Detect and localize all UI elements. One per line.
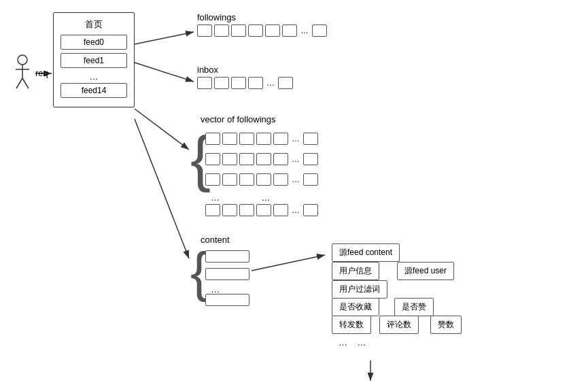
cell — [197, 24, 212, 37]
cell — [303, 204, 318, 216]
cell — [273, 204, 288, 216]
vector-dots-row: … … — [211, 192, 270, 203]
cell — [265, 24, 280, 37]
followings-row: … — [197, 24, 327, 37]
feed-dots: … — [60, 71, 127, 82]
diagram: req 首页 feed0 feed1 … feed14 followings …… — [0, 0, 588, 389]
cell — [239, 173, 254, 186]
info-box-likes-count: 赞数 — [430, 316, 462, 334]
cell — [273, 133, 288, 145]
svg-line-12 — [22, 78, 29, 88]
cell — [231, 24, 246, 37]
cell — [303, 173, 318, 186]
vector-followings-label: vector of followings — [201, 114, 276, 124]
inbox-row: … — [197, 77, 293, 89]
cell — [239, 153, 254, 165]
info-box-repost: 转发数 — [332, 316, 371, 334]
info-box-feed-user: 源feed user — [397, 262, 454, 280]
cell — [239, 133, 254, 145]
svg-line-11 — [16, 78, 22, 88]
cell — [222, 173, 237, 186]
cell — [222, 133, 237, 145]
info-box-user-info: 用户信息 — [332, 262, 379, 280]
cell — [273, 173, 288, 186]
svg-line-2 — [135, 32, 194, 44]
stick-figure — [12, 54, 33, 94]
content-item-2 — [205, 268, 249, 280]
vector-row-1: … — [205, 133, 318, 145]
cell — [256, 153, 271, 165]
cell — [248, 77, 263, 89]
cell — [231, 77, 246, 89]
cell — [222, 153, 237, 165]
cell — [312, 24, 327, 37]
info-box-like: 是否赞 — [394, 298, 434, 316]
cell — [239, 204, 254, 216]
cell — [205, 173, 220, 186]
info-box-feed-content: 源feed content — [332, 243, 400, 262]
bottom-dots: … … — [339, 337, 366, 348]
cell — [205, 133, 220, 145]
info-box-filter: 用户过滤词 — [332, 280, 387, 299]
cell — [256, 204, 271, 216]
svg-line-5 — [135, 119, 189, 258]
cell — [303, 153, 318, 165]
info-box-comment: 评论数 — [379, 316, 419, 334]
cell — [278, 77, 293, 89]
cell — [282, 24, 297, 37]
content-dots: … — [211, 284, 220, 294]
svg-point-8 — [18, 55, 27, 65]
svg-line-6 — [252, 255, 325, 271]
cell — [273, 153, 288, 165]
vector-row-4: … — [205, 204, 318, 216]
cell-dots: … — [292, 134, 300, 143]
content-item-3 — [205, 294, 249, 306]
cell-dots: … — [292, 154, 300, 164]
feed-item-14: feed14 — [60, 83, 127, 98]
content-item-1 — [205, 250, 249, 263]
inbox-label: inbox — [197, 65, 218, 75]
info-box-collect: 是否收藏 — [332, 298, 379, 316]
cell — [205, 204, 220, 216]
vector-row-3: … — [205, 173, 318, 186]
homepage-title: 首页 — [60, 18, 127, 31]
cell — [205, 153, 220, 165]
vector-row-2: … — [205, 153, 318, 165]
feed-item-0: feed0 — [60, 35, 127, 50]
req-label: req — [35, 68, 48, 78]
cell-dots: … — [266, 78, 275, 88]
svg-line-3 — [135, 63, 194, 82]
homepage-box: 首页 feed0 feed1 … feed14 — [53, 12, 135, 107]
cell — [303, 133, 318, 145]
followings-label: followings — [197, 12, 236, 22]
cell — [222, 204, 237, 216]
svg-line-4 — [135, 109, 189, 150]
feed-item-1: feed1 — [60, 53, 127, 68]
cell — [248, 24, 263, 37]
cell — [214, 77, 229, 89]
cell-dots: … — [300, 26, 309, 35]
cell — [256, 133, 271, 145]
cell-dots: … — [292, 205, 300, 215]
cell — [197, 77, 212, 89]
cell — [256, 173, 271, 186]
cell — [214, 24, 229, 37]
cell-dots: … — [292, 175, 300, 184]
